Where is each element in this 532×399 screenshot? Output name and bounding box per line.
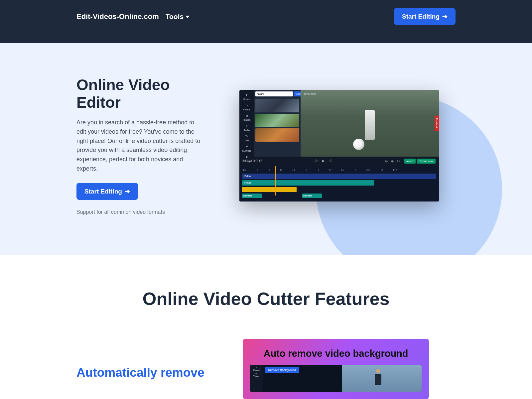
hero-text: Online Video Editor Are you in search of…: [76, 76, 203, 215]
video-icon: ▭: [244, 103, 250, 108]
track-video[interactable]: Video: [242, 174, 436, 179]
sidebar-item-upload[interactable]: ⬆Upload: [243, 92, 250, 101]
zoom-out-icon[interactable]: ⊖: [385, 159, 388, 163]
mini-preview: [342, 365, 422, 392]
search-input[interactable]: [255, 91, 293, 96]
playback-controls: 0:0:1 / 0:0:12 ⦾ ▶ ⦾ ⊖ ⊕ ✂ mp4 ▾ Export …: [239, 157, 439, 166]
export-button[interactable]: Export now: [417, 159, 436, 164]
subtitles-icon: ☰: [244, 144, 250, 149]
site-header: Edit-Videos-Online.com Tools Start Editi…: [0, 0, 532, 43]
preview-canvas[interactable]: new text Feedback: [301, 90, 439, 157]
skip-back-icon[interactable]: ⦾: [315, 159, 318, 163]
upload-icon: ⬆: [244, 93, 250, 97]
remove-background-tab[interactable]: Remove Background: [265, 367, 299, 373]
person-graphic: [374, 369, 382, 386]
skip-forward-icon[interactable]: ⦾: [330, 159, 332, 163]
sidebar-item-images[interactable]: ▧Images: [243, 113, 251, 122]
feature-card-title: Auto remove video background: [250, 348, 422, 359]
upload-icon: ⬆: [255, 366, 257, 369]
text-icon: Tᴛ: [244, 134, 250, 139]
sidebar-item-audio[interactable]: ♫Audio: [244, 123, 250, 132]
feedback-tab[interactable]: Feedback: [435, 115, 439, 131]
mini-editor-screenshot: ⬆Upload ▭Videos Remove Background: [250, 365, 422, 392]
waterfall-graphic: [365, 110, 375, 140]
start-editing-button-header[interactable]: Start Editing ➔: [394, 8, 456, 25]
mini-sidebar: ⬆Upload ▭Videos: [250, 365, 263, 392]
track-text[interactable]: new text: [242, 194, 262, 198]
chevron-down-icon: [186, 16, 190, 18]
audio-icon: ♫: [244, 124, 250, 128]
play-icon[interactable]: ▶: [322, 159, 325, 163]
hero-media: ⬆Upload ▭Videos ▧Images ♫Audio TᴛText ☰S…: [223, 90, 456, 201]
playhead[interactable]: [275, 166, 276, 196]
timeline-ruler: 0123456789101112: [242, 168, 436, 172]
logo-link[interactable]: Edit-Videos-Online.com: [76, 12, 159, 21]
features-section: Online Video Cutter Features Automatical…: [0, 255, 532, 399]
track-image[interactable]: Image: [242, 180, 374, 186]
image-icon: ▧: [244, 113, 250, 118]
feature-text: Automatically remove: [76, 339, 216, 380]
ball-graphic: [353, 139, 364, 150]
cut-icon[interactable]: ✂: [397, 159, 400, 163]
preview-text-overlay: new text: [304, 92, 316, 96]
media-panel: Search: [254, 90, 301, 157]
feature-heading: Automatically remove: [76, 365, 216, 380]
media-thumbnail[interactable]: [255, 128, 299, 142]
hero-section: Online Video Editor Are you in search of…: [0, 43, 532, 255]
feature-media: Auto remove video background ⬆Upload ▭Vi…: [243, 339, 456, 399]
time-display: 0:0:1 / 0:0:12: [243, 159, 262, 163]
video-icon: ▭: [255, 372, 257, 375]
export-format-select[interactable]: mp4 ▾: [404, 159, 416, 164]
track-text[interactable]: new text: [302, 194, 322, 198]
gear-icon: ✿: [244, 155, 250, 159]
editor-screenshot: ⬆Upload ▭Videos ▧Images ♫Audio TᴛText ☰S…: [239, 90, 439, 201]
sidebar-item-videos[interactable]: ▭Videos: [253, 372, 259, 377]
zoom-in-icon[interactable]: ⊕: [391, 159, 394, 163]
tools-dropdown[interactable]: Tools: [166, 13, 190, 21]
arrow-right-icon: ➔: [125, 188, 130, 195]
editor-sidebar: ⬆Upload ▭Videos ▧Images ♫Audio TᴛText ☰S…: [239, 90, 254, 157]
tools-label: Tools: [166, 13, 184, 21]
sidebar-item-videos[interactable]: ▭Videos: [243, 102, 250, 111]
arrow-right-icon: ➔: [442, 13, 448, 20]
hero-description: Are you in search of a hassle-free metho…: [76, 118, 203, 174]
hero-note: Support for all common video formats: [76, 209, 203, 215]
sidebar-item-upload[interactable]: ⬆Upload: [253, 366, 259, 371]
features-title: Online Video Cutter Features: [0, 288, 532, 309]
media-thumbnail[interactable]: [255, 99, 299, 112]
cta-label: Start Editing: [402, 13, 440, 20]
page-title: Online Video Editor: [76, 76, 203, 111]
cta-label: Start Editing: [84, 188, 122, 195]
media-thumbnail[interactable]: [255, 114, 299, 127]
track-audio[interactable]: [242, 187, 297, 192]
sidebar-item-text[interactable]: TᴛText: [244, 133, 250, 142]
start-editing-button-hero[interactable]: Start Editing ➔: [76, 183, 138, 200]
nav-left: Edit-Videos-Online.com Tools: [76, 12, 190, 21]
timeline[interactable]: 0123456789101112 Video Image new text ne…: [239, 166, 439, 201]
feature-card: Auto remove video background ⬆Upload ▭Vi…: [243, 339, 429, 399]
sidebar-item-subtitles[interactable]: ☰Subtitles: [242, 144, 251, 153]
